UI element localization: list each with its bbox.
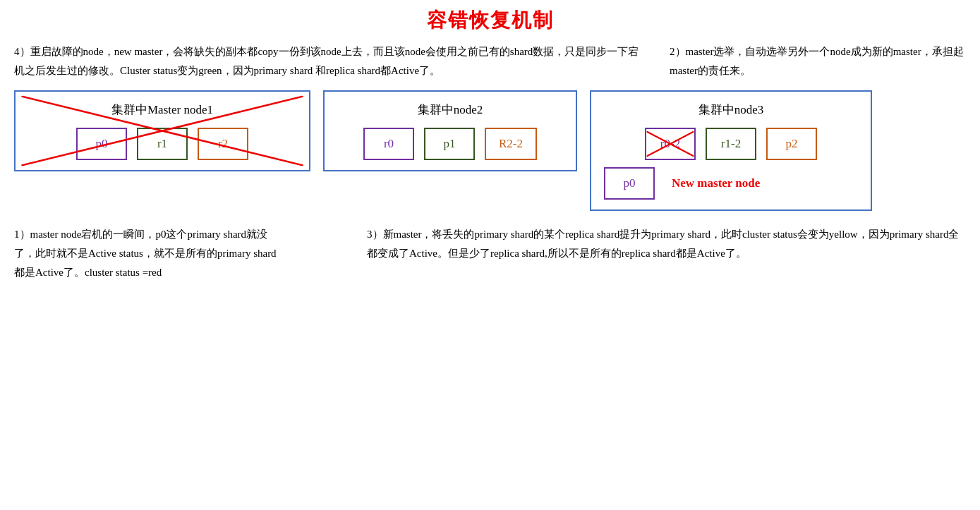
node3-shard-p2: p2 xyxy=(766,128,817,160)
node2-shard-r22: R2-2 xyxy=(485,128,537,160)
node1-shards: p0 r1 r2 xyxy=(28,128,296,160)
node3-shard-r02-wrap: r0-2 xyxy=(645,128,696,160)
diagram-row: 集群中Master node1 p0 r1 r2 集群中node2 r0 p1 … xyxy=(14,90,966,211)
node1-shard-r2: r2 xyxy=(198,128,248,160)
page-title: 容错恢复机制 xyxy=(14,7,966,34)
node1-shard-p0: p0 xyxy=(76,128,127,160)
node2-title: 集群中node2 xyxy=(337,102,563,118)
top-text-left: 4）重启故障的node，new master，会将缺失的副本都copy一份到该n… xyxy=(14,42,641,80)
bottom-text-right: 3）新master，将丢失的primary shard的某个replica sh… xyxy=(367,225,966,282)
node3-title: 集群中node3 xyxy=(604,102,858,118)
bottom-text-row: 1）master node宕机的一瞬间，p0这个primary shard就没了… xyxy=(14,225,966,282)
node2-shard-p1: p1 xyxy=(424,128,475,160)
node3-shard-r02: r0-2 xyxy=(645,128,696,160)
bottom-right-text: 3）新master，将丢失的primary shard的某个replica sh… xyxy=(367,229,959,259)
top-text-row: 4）重启故障的node，new master，会将缺失的副本都copy一份到该n… xyxy=(14,42,966,80)
node3-shard-p0: p0 xyxy=(604,167,655,200)
node2-box: 集群中node2 r0 p1 R2-2 xyxy=(323,90,577,171)
new-master-label: New master node xyxy=(665,167,760,200)
node3-box: 集群中node3 r0-2 r1-2 p2 p0 New master node xyxy=(590,90,872,211)
node1-title: 集群中Master node1 xyxy=(28,102,296,118)
node3-shards-bottom: p0 New master node xyxy=(604,167,858,200)
node3-shards-top: r0-2 r1-2 p2 xyxy=(604,128,858,160)
node2-shards: r0 p1 R2-2 xyxy=(337,128,563,160)
top-text-right: 2）master选举，自动选举另外一个node成为新的master，承担起mas… xyxy=(670,42,966,80)
node2-shard-r0: r0 xyxy=(363,128,414,160)
node1-box: 集群中Master node1 p0 r1 r2 xyxy=(14,90,310,171)
node1-shard-r1: r1 xyxy=(137,128,188,160)
bottom-text-left: 1）master node宕机的一瞬间，p0这个primary shard就没了… xyxy=(14,225,282,282)
node3-shard-r12: r1-2 xyxy=(706,128,756,160)
bottom-left-text: 1）master node宕机的一瞬间，p0这个primary shard就没了… xyxy=(14,229,277,278)
